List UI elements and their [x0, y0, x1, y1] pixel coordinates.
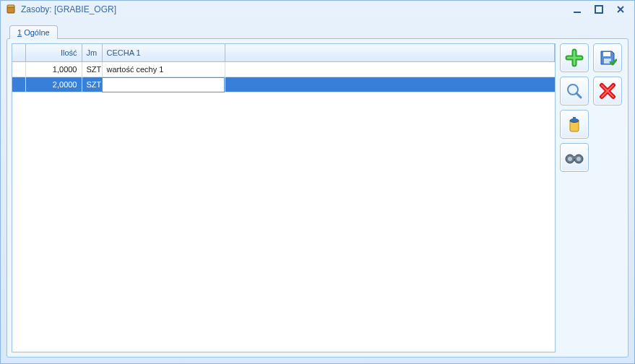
cell-cecha1[interactable]: wartość cechy 1	[102, 62, 225, 77]
window-buttons	[571, 4, 630, 15]
table-row[interactable]: 1,0000SZTwartość cechy 1	[12, 62, 555, 77]
cancel-button[interactable]	[593, 77, 622, 105]
maximize-button[interactable]	[592, 4, 605, 15]
svg-point-10	[576, 157, 581, 161]
col-rest-header[interactable]	[225, 44, 555, 62]
close-button[interactable]	[614, 4, 627, 15]
cell-jm[interactable]: SZT	[82, 62, 102, 77]
cell-cecha1[interactable]	[102, 77, 225, 92]
grid-container: Ilość Jm CECHA 1 1,0000SZTwartość cechy …	[12, 43, 556, 352]
svg-rect-2	[574, 12, 581, 13]
tab-hotkey: 1	[17, 28, 22, 37]
svg-point-5	[570, 119, 579, 123]
col-cecha1-header[interactable]: CECHA 1	[102, 44, 225, 62]
row-indicator	[12, 77, 25, 92]
side-toolbar	[560, 43, 587, 172]
svg-rect-3	[595, 6, 602, 13]
window: Zasoby: [GRABIE_OGR] 1 Ogólne	[0, 0, 635, 364]
titlebar: Zasoby: [GRABIE_OGR]	[1, 1, 634, 18]
tab-general[interactable]: 1 Ogólne	[9, 25, 58, 39]
bin-button[interactable]	[560, 110, 589, 139]
binoculars-button[interactable]	[560, 143, 589, 172]
grid[interactable]: Ilość Jm CECHA 1 1,0000SZTwartość cechy …	[12, 43, 556, 352]
cell-empty	[225, 77, 555, 92]
data-table: Ilość Jm CECHA 1 1,0000SZTwartość cechy …	[12, 44, 555, 92]
table-row[interactable]: 2,0000SZT	[12, 77, 555, 92]
svg-rect-6	[573, 117, 576, 119]
content-area: 1 Ogólne	[7, 22, 628, 358]
app-icon	[5, 4, 17, 15]
col-jm-header[interactable]: Jm	[82, 44, 102, 62]
tab-label: Ogólne	[24, 28, 49, 37]
header-row: Ilość Jm CECHA 1	[12, 44, 555, 62]
svg-point-9	[568, 157, 572, 161]
row-indicator	[12, 62, 25, 77]
add-button[interactable]	[560, 43, 589, 72]
window-title: Zasoby: [GRABIE_OGR]	[21, 4, 116, 14]
cell-jm[interactable]: SZT	[82, 77, 102, 92]
search-button[interactable]	[560, 77, 589, 105]
svg-rect-1	[7, 5, 14, 7]
cell-ilosc[interactable]: 2,0000	[25, 77, 82, 92]
col-ilosc-header[interactable]: Ilość	[25, 44, 82, 62]
svg-rect-11	[572, 156, 576, 159]
far-toolbar	[593, 43, 621, 105]
tab-panel: Ilość Jm CECHA 1 1,0000SZTwartość cechy …	[7, 38, 628, 358]
tabstrip: 1 Ogólne	[7, 22, 628, 38]
minimize-button[interactable]	[571, 4, 584, 15]
save-button[interactable]	[593, 43, 622, 72]
cell-empty	[225, 62, 555, 77]
cell-ilosc[interactable]: 1,0000	[25, 62, 82, 77]
col-indicator-header[interactable]	[12, 44, 25, 62]
svg-rect-12	[603, 52, 610, 56]
